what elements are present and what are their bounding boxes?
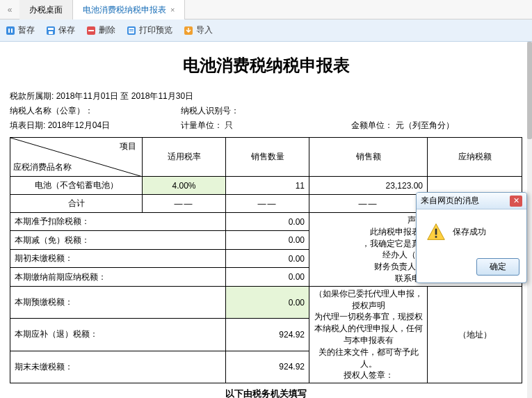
svg-rect-1 [8,29,10,33]
svg-rect-4 [48,28,54,30]
period-value: 2018年11月01日 至 2018年11月30日 [56,91,193,101]
label-prepaid: 本期预缴税额： [10,286,226,318]
unit-measure-value: 只 [225,120,233,130]
tool-label: 删除 [99,24,115,36]
cell-battery-amount[interactable]: 23,123.00 [309,177,428,195]
tab-battery-tax-form[interactable]: 电池消费税纳税申报表 × [73,0,185,19]
val-end-unpaid: 924.92 [226,351,309,383]
val-reduction: 0.00 [226,231,309,249]
header-diagonal: 项目 应税消费品名称 [10,138,143,177]
tax-authority-section-title: 以下由税务机关填写 [10,383,522,398]
warning-icon [426,222,446,241]
pause-icon [6,26,15,35]
delete-button[interactable]: 删除 [86,24,115,36]
header-tax: 应纳税额 [428,138,522,177]
val-prepaid[interactable]: 0.00 [226,286,309,318]
row-battery-name: 电池（不含铅蓄电池） [10,177,143,195]
label-reduction: 本期减（免）税额： [10,231,226,249]
header-rate: 适用税率 [143,138,226,177]
tool-label: 打印预览 [139,24,172,36]
dialog-ok-button[interactable]: 确定 [476,258,519,276]
taxpayer-name-label: 纳税人名称（公章）： [10,106,93,116]
close-icon[interactable]: × [170,0,175,19]
tool-label: 暂存 [18,24,35,36]
svg-rect-5 [49,31,53,34]
dialog-close-button[interactable]: ✕ [510,196,522,207]
unit-measure-label: 计量单位： [181,120,223,130]
dialog-title-text: 来自网页的消息 [421,195,479,207]
dialog-message: 保存成功 [453,226,486,238]
cell-battery-qty[interactable]: 11 [226,177,309,195]
fill-date-label: 填表日期: [10,120,45,130]
tab-desktop[interactable]: 办税桌面 [19,0,73,19]
val-deductible: 0.00 [226,213,309,231]
tool-label: 导入 [196,24,213,36]
page-title: 电池消费税纳税申报表 [10,49,522,90]
label-prior-paid: 本期缴纳前期应纳税额： [10,268,226,286]
label-end-unpaid: 期末未缴税额： [10,351,226,383]
authorization-text: （如果你已委托代理人申报， 授权声明 为代理一切税务事宜，现授权 本纳税人的代理… [309,286,428,383]
fill-date-value: 2018年12月04日 [48,120,110,130]
val-supplement: 924.92 [226,319,309,351]
svg-rect-2 [11,29,13,33]
header-product-name: 应税消费品名称 [13,161,72,173]
period-label: 税款所属期: [10,91,54,101]
svg-rect-10 [129,29,134,30]
import-icon [184,26,193,35]
address-text: （地址） [428,286,522,383]
delete-icon [86,26,96,35]
tool-label: 保存 [58,24,75,36]
cell-dash: —— [143,195,226,213]
label-supplement: 本期应补（退）税额： [10,319,226,351]
svg-rect-7 [88,30,94,31]
cell-battery-rate[interactable]: 4.00% [143,177,226,195]
amount-unit-label: 金额单位： [351,120,393,130]
row-total-label: 合计 [10,195,143,213]
tab-label: 办税桌面 [29,0,63,19]
label-deductible: 本期准予扣除税额： [10,213,226,231]
cell-dash: —— [309,195,428,213]
print-preview-button[interactable]: 打印预览 [127,24,172,36]
import-button[interactable]: 导入 [184,24,213,36]
vertical-scrollbar[interactable] [527,42,532,398]
header-qty: 销售数量 [226,138,309,177]
save-button[interactable]: 保存 [46,24,75,36]
svg-rect-15 [435,229,437,235]
message-dialog: 来自网页的消息 ✕ 保存成功 确定 [416,192,527,283]
val-initial-unpaid: 0.00 [226,249,309,267]
pause-button[interactable]: 暂存 [6,24,35,36]
label-initial-unpaid: 期初未缴税额： [10,249,226,267]
taxpayer-id-label: 纳税人识别号： [181,106,239,116]
header-project: 项目 [120,141,136,152]
val-prior-paid: 0.00 [226,268,309,286]
cell-dash: —— [226,195,309,213]
print-icon [127,26,136,35]
svg-rect-0 [6,26,15,35]
tab-label: 电池消费税纳税申报表 [83,0,166,19]
svg-rect-16 [435,236,437,238]
header-amount: 销售额 [309,138,428,177]
amount-unit-value: 元（列至角分） [396,120,454,130]
tabs-collapse[interactable]: « [0,5,19,15]
scrollbar-thumb[interactable] [527,42,532,139]
save-icon [46,26,56,35]
svg-rect-11 [129,31,134,31]
